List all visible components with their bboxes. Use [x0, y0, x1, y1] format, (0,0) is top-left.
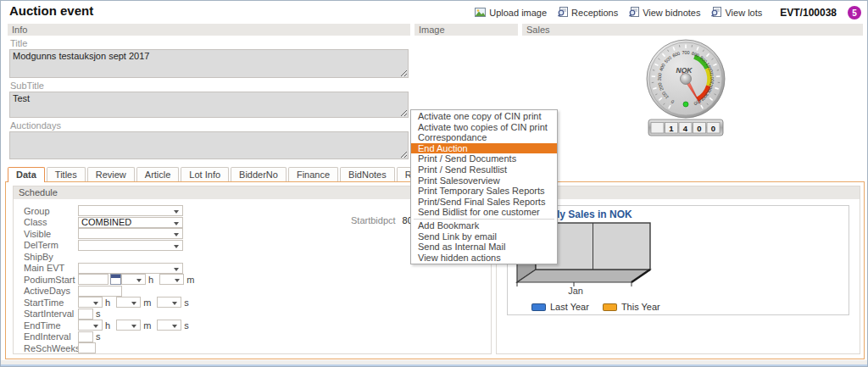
legend-swatch-this-year: [603, 303, 617, 311]
unit-label-h: h: [105, 297, 110, 308]
svg-text:1100: 1100: [709, 72, 715, 82]
podiumstart-h-select[interactable]: [121, 274, 146, 285]
starttime-m-select[interactable]: [116, 297, 141, 308]
info-field-label-auctiondays: Auctiondays: [10, 120, 410, 131]
toolbar-button-receptions[interactable]: Receptions: [558, 7, 618, 19]
schedule-row-reschweeks: ReSchWeeks: [24, 342, 491, 354]
header-toolbar: Upload imageReceptionsView bidnotesView …: [475, 6, 861, 19]
info-field-auctiondays-textarea[interactable]: [9, 131, 409, 159]
menu-item-send-bidlist-for-one-customer[interactable]: Send Bidlist for one customer: [411, 207, 557, 218]
visible-select[interactable]: [78, 228, 183, 239]
tab-bidderno[interactable]: BidderNo: [231, 167, 287, 181]
info-panel-body: TitleSubTitleAuctiondays: [8, 38, 410, 159]
legend-label: Last Year: [550, 302, 589, 312]
menu-item-view-hidden-actions[interactable]: View hidden actions: [411, 253, 557, 264]
field-label-startinterval: StartInterval: [24, 309, 78, 319]
tab-finance[interactable]: Finance: [288, 167, 338, 181]
unit-label-m: m: [143, 297, 151, 308]
monthly-sales-chart: Monthly Sales in NOK Jan Last YearThis Y…: [507, 205, 849, 315]
toolbar-button-label: Upload image: [489, 8, 547, 18]
info-field-title-textarea[interactable]: [9, 49, 409, 78]
calendar-button[interactable]: [110, 274, 121, 285]
window-bottom-edge: [1, 364, 867, 366]
field-label-endtime: EndTime: [24, 320, 78, 331]
field-label-class: Class: [24, 217, 78, 227]
podiumstart-m-select[interactable]: [159, 274, 184, 285]
endinterval-input[interactable]: [78, 331, 93, 342]
menu-item-print-salesoverview[interactable]: Print Salesoverview: [411, 175, 557, 186]
tab-titles[interactable]: Titles: [47, 167, 86, 181]
menu-item-print-temporary-sales-reports[interactable]: Print Temporary Sales Reports: [411, 186, 557, 197]
endtime-s-select[interactable]: [157, 320, 181, 331]
menu-item-send-link-by-email[interactable]: Send Link by email: [411, 231, 557, 242]
gauge-odometer: 1400: [648, 120, 723, 136]
field-label-shipby: ShipBy: [24, 252, 78, 262]
schedule-row-endinterval: EndIntervals: [24, 331, 491, 343]
class-select[interactable]: COMBINED: [78, 217, 183, 228]
tab-article[interactable]: Article: [136, 167, 180, 181]
image-icon: [475, 8, 486, 19]
schedule-row-endtime: EndTimehms: [24, 320, 491, 331]
menu-item-end-auction[interactable]: End Auction: [411, 143, 557, 154]
starttime-h-select[interactable]: [78, 297, 103, 308]
legend-item-this-year: This Year: [603, 302, 660, 312]
unit-label-s: s: [184, 320, 189, 331]
category-label: Jan: [550, 286, 601, 296]
menu-item-print-send-documents[interactable]: Print / Send Documents: [411, 153, 557, 164]
menu-item-add-bookmark[interactable]: Add Bookmark: [411, 220, 557, 231]
svg-text:300: 300: [657, 73, 663, 81]
search-doc-icon: [711, 7, 721, 19]
starttime-s-select[interactable]: [157, 297, 181, 308]
schedule-row-starttime: StartTimehms: [24, 297, 491, 309]
toolbar-button-view-bidnotes[interactable]: View bidnotes: [629, 7, 700, 19]
activedays-input[interactable]: [78, 286, 122, 297]
menu-item-correspondance[interactable]: Correspondance: [411, 132, 557, 143]
unit-label-s: s: [96, 309, 101, 319]
field-label-starttime: StartTime: [24, 297, 78, 308]
field-label-visible: Visible: [24, 229, 78, 239]
field-label-delterm: DelTerm: [24, 240, 78, 250]
endtime-m-select[interactable]: [116, 320, 141, 331]
schedule-row-activedays: ActiveDays: [24, 286, 491, 297]
endtime-h-select[interactable]: [78, 320, 103, 331]
schedule-row-startinterval: StartIntervals: [24, 309, 491, 320]
field-label-reschweeks: ReSchWeeks: [24, 343, 78, 353]
reschweeks-input[interactable]: [78, 342, 96, 353]
toolbar-button-label: Receptions: [571, 8, 618, 18]
tab-lot-info[interactable]: Lot Info: [181, 167, 229, 181]
startinterval-input[interactable]: [78, 309, 93, 320]
field-label-main-evt: Main EVT: [24, 263, 78, 273]
chart-legend: Last YearThis Year: [531, 302, 660, 312]
unit-label-m: m: [143, 320, 151, 331]
toolbar-button-view-lots[interactable]: View lots: [711, 7, 762, 19]
menu-item-print-send-final-sales-reports[interactable]: Print/Send Final Sales Reports: [411, 197, 557, 208]
toolbar-button-label: View bidnotes: [643, 8, 700, 18]
menu-item-activate-one-copy-of-cin-print[interactable]: Activate one copy of CIN print: [411, 111, 557, 122]
toolbar-button-upload-image[interactable]: Upload image: [475, 8, 547, 19]
menu-item-print-send-resultlist[interactable]: Print / Send Resultlist: [411, 164, 557, 175]
field-label-podiumstart: PodiumStart: [24, 275, 78, 285]
svg-text:1: 1: [669, 124, 674, 133]
svg-text:4: 4: [683, 124, 688, 133]
podiumstart-date-input[interactable]: [78, 274, 108, 285]
menu-item-activate-two-copies-of-cin-print[interactable]: Activate two copies of CIN print: [411, 122, 557, 133]
tab-review[interactable]: Review: [87, 167, 135, 181]
info-panel-header: Info: [8, 24, 410, 36]
main-evt-select[interactable]: [78, 263, 183, 274]
legend-item-last-year: Last Year: [531, 302, 589, 312]
info-field-subtitle-textarea[interactable]: [9, 92, 409, 118]
schedule-row-podiumstart: PodiumStarthm: [24, 274, 491, 286]
svg-text:0: 0: [697, 124, 701, 133]
delterm-select[interactable]: [78, 240, 183, 251]
group-select[interactable]: [78, 205, 183, 216]
count-badge[interactable]: 5: [848, 6, 861, 19]
tab-bidnotes[interactable]: BidNotes: [340, 167, 395, 181]
unit-label-h: h: [148, 275, 153, 285]
sales-panel-header: Sales: [522, 24, 863, 36]
tab-data[interactable]: Data: [8, 167, 45, 182]
field-label-group: Group: [24, 206, 78, 216]
image-panel-header: Image: [415, 24, 518, 36]
unit-label-s: s: [96, 331, 101, 342]
menu-item-send-as-internal-mail[interactable]: Send as Internal Mail: [411, 242, 557, 253]
gauge-green-indicator: [683, 102, 688, 107]
